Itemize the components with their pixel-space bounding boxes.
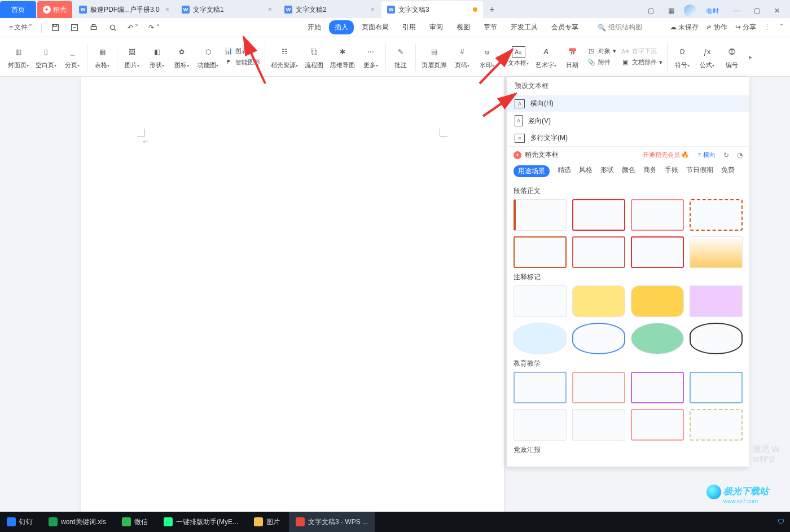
print-icon[interactable] [86, 21, 102, 34]
chart-button[interactable]: 📊图表 ▾ [224, 47, 260, 56]
maximize-icon[interactable]: ▢ [749, 3, 764, 18]
template-card[interactable] [572, 285, 625, 317]
ribbon-scroll-right-icon[interactable]: ▸ [747, 53, 754, 61]
refresh-icon[interactable]: ↻ [723, 151, 729, 159]
cat-8[interactable]: 免费 [721, 165, 735, 177]
cat-1[interactable]: 精选 [558, 165, 571, 177]
comment-button[interactable]: ✎批注 [388, 38, 413, 76]
wordart-button[interactable]: A艺术字▾ [532, 38, 560, 76]
template-card[interactable] [514, 199, 567, 231]
page[interactable]: ↵ [81, 77, 504, 512]
template-card[interactable] [690, 409, 743, 441]
layout-toggle[interactable]: ≡ 横向 [698, 151, 716, 159]
opt-vertical[interactable]: A竖向(V) [507, 112, 749, 130]
opt-horizontal[interactable]: A横向(H) [507, 95, 749, 112]
mtab-insert[interactable]: 插入 [329, 20, 354, 34]
date-button[interactable]: 📅日期 [560, 38, 585, 76]
template-card[interactable] [572, 199, 625, 231]
cat-7[interactable]: 节日假期 [686, 165, 713, 177]
template-card[interactable] [690, 323, 743, 354]
template-card[interactable] [572, 372, 625, 403]
mtab-start[interactable]: 开始 [302, 20, 327, 34]
clock-icon[interactable]: ◔ [737, 151, 743, 159]
layout1-icon[interactable]: ▢ [643, 3, 658, 18]
tab-doc-0[interactable]: W极速PDF编...户手册3.0× [73, 1, 175, 18]
task-typeset[interactable]: 一键排版助手(MyE... [157, 512, 245, 532]
icon-button[interactable]: ✿图标▾ [169, 38, 194, 76]
object-button[interactable]: ◳对象 ▾ [587, 47, 616, 56]
template-card[interactable] [690, 236, 743, 268]
template-card[interactable] [514, 372, 567, 403]
template-card[interactable] [631, 372, 684, 403]
template-card[interactable] [572, 236, 625, 268]
menu-toggle[interactable]: ≡ 文件 ˅ [6, 20, 36, 34]
task-dingding[interactable]: 钉钉 [0, 512, 40, 532]
dropcap-button[interactable]: A≡首字下沉 [621, 47, 662, 56]
task-wps[interactable]: 文字文稿3 - WPS ... [289, 512, 375, 532]
header-footer-button[interactable]: ▤页眉页脚 [418, 38, 450, 76]
opt-multiline[interactable]: ≡多行文字(M) [507, 130, 749, 146]
textbox-button[interactable]: A≡文本框▾ [504, 38, 532, 76]
apps-icon[interactable]: ▦ [664, 3, 678, 18]
cat-4[interactable]: 颜色 [622, 165, 635, 177]
tab-doc-2[interactable]: W文字文稿2× [279, 1, 380, 18]
template-card[interactable] [514, 236, 567, 268]
smartart-button[interactable]: ᖰ智能图形 [224, 58, 260, 67]
unsaved-button[interactable]: ☁ 未保存 [670, 23, 699, 32]
tab-doc-3[interactable]: W文字文稿3 [381, 1, 483, 18]
mtab-layout[interactable]: 页面布局 [356, 20, 394, 34]
template-card[interactable] [631, 199, 684, 231]
page-number-button[interactable]: #页码▾ [450, 38, 475, 76]
cat-6[interactable]: 手账 [665, 165, 678, 177]
template-card[interactable] [572, 409, 625, 441]
minimize-icon[interactable]: — [729, 3, 744, 18]
mtab-review[interactable]: 审阅 [424, 20, 449, 34]
table-button[interactable]: ▦表格▾ [90, 38, 115, 76]
cat-2[interactable]: 风格 [579, 165, 592, 177]
template-card[interactable] [690, 285, 743, 317]
number-button[interactable]: ⓵编号 [719, 38, 744, 76]
template-card[interactable] [631, 236, 684, 268]
cat-0[interactable]: 用途场景 [514, 165, 550, 177]
share-button[interactable]: ↪ 分享 [735, 23, 756, 32]
attach-button[interactable]: 📎附件 [587, 58, 616, 67]
coop-button[interactable]: ዎ 协作 [706, 23, 727, 32]
template-card[interactable] [514, 409, 567, 441]
collapse-ribbon-icon[interactable]: ⌃ [779, 23, 784, 32]
cat-3[interactable]: 形状 [600, 165, 614, 177]
template-card[interactable] [690, 372, 743, 403]
tab-doc-1[interactable]: W文字文稿1× [176, 1, 278, 18]
shape-button[interactable]: ◧形状▾ [144, 38, 169, 76]
redo-icon[interactable]: ↷ ˅ [145, 21, 163, 34]
save-as-icon[interactable] [67, 21, 82, 34]
close-window-icon[interactable]: ✕ [770, 3, 784, 18]
task-pictures[interactable]: 图片 [247, 512, 287, 532]
mtab-vip[interactable]: 会员专享 [546, 20, 584, 34]
page-break-button[interactable]: ⎯分页▾ [60, 38, 85, 76]
cover-page-button[interactable]: ▥封面页▾ [5, 38, 32, 76]
save-icon[interactable] [47, 21, 63, 34]
tab-daoke[interactable]: ✦ 稻壳 [37, 1, 72, 18]
template-card[interactable] [514, 323, 567, 354]
close-icon[interactable]: × [371, 6, 375, 14]
more-button[interactable]: ⋯更多▾ [358, 38, 383, 76]
avatar[interactable] [684, 5, 696, 17]
mtab-ref[interactable]: 引用 [397, 20, 422, 34]
ribbon-search[interactable]: 🔍 组织结构图 [598, 23, 642, 32]
daoke-res-button[interactable]: ☷稻壳资源▾ [267, 38, 301, 76]
template-card[interactable] [631, 409, 684, 441]
picture-button[interactable]: 🖼图片▾ [120, 38, 144, 76]
cat-5[interactable]: 商务 [643, 165, 657, 177]
undo-icon[interactable]: ↶ ˅ [124, 21, 142, 34]
equation-button[interactable]: ƒx公式▾ [695, 38, 719, 76]
template-card[interactable] [631, 323, 684, 354]
blank-page-button[interactable]: ▯空白页▾ [32, 38, 60, 76]
security-shield-icon[interactable]: 🛡 [778, 518, 784, 526]
mtab-chapter[interactable]: 章节 [478, 20, 503, 34]
tab-add[interactable]: + [484, 1, 500, 18]
task-wechat[interactable]: 微信 [115, 512, 155, 532]
task-excel[interactable]: word关键词.xls [42, 512, 113, 532]
vip-link[interactable]: 开通稻壳会员 🔥 [643, 151, 689, 159]
watermark-button[interactable]: ⧅水印▾ [475, 38, 499, 76]
mtab-dev[interactable]: 开发工具 [505, 20, 543, 34]
